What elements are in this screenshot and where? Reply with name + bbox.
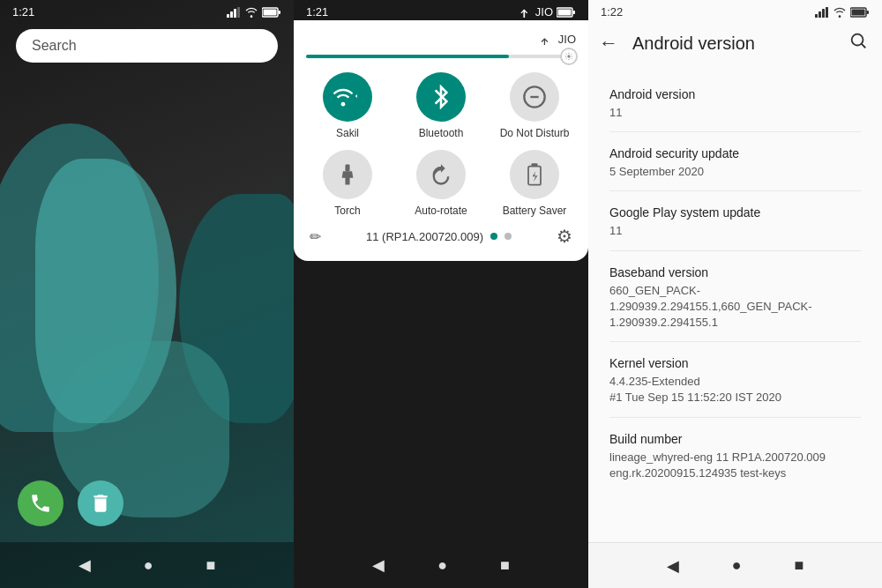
qs-drawer: JIO	[294, 20, 588, 261]
quick-settings-panel: 1:21 JIO JIO	[294, 0, 588, 588]
carrier-label: JIO	[535, 5, 553, 19]
nav-back-info[interactable]: ◀	[667, 556, 679, 576]
brightness-row[interactable]	[306, 55, 576, 58]
status-icons-qs: JIO	[519, 5, 576, 19]
info-label-build: Build number	[609, 432, 861, 446]
info-section-security: Android security update 5 September 2020	[609, 132, 861, 191]
search-placeholder: Search	[32, 38, 77, 53]
qs-tile-battery-icon[interactable]	[510, 150, 559, 199]
status-time-home: 1:21	[12, 5, 34, 19]
status-bar-info: 1:22	[588, 0, 882, 20]
info-toolbar: ← Android version	[588, 20, 882, 66]
svg-line-26	[862, 44, 866, 48]
footer-build: 11 (RP1A.200720.009)	[366, 230, 483, 243]
info-value-play: 11	[609, 223, 861, 239]
nav-bar-qs: ◀ ● ■	[294, 542, 588, 588]
home-screen: 1:21 Search	[0, 0, 294, 588]
svg-rect-23	[852, 9, 865, 15]
signal-detail-icon	[541, 34, 553, 45]
qs-tile-battery[interactable]: Battery Saver	[493, 150, 576, 217]
settings-icon[interactable]: ⚙	[557, 226, 572, 247]
info-section-android-version: Android version 11	[609, 73, 861, 132]
brightness-track[interactable]	[306, 55, 576, 58]
qs-footer-center: 11 (RP1A.200720.009)	[366, 230, 512, 243]
info-section-baseband: Baseband version 660_GEN_PACK-1.290939.2…	[609, 251, 861, 343]
info-value-baseband: 660_GEN_PACK-1.290939.2.294155.1,660_GEN…	[609, 283, 861, 331]
svg-rect-0	[227, 14, 229, 18]
qs-tile-dnd-icon[interactable]	[510, 72, 559, 122]
signal-qs-icon	[519, 7, 532, 18]
qs-tile-bluetooth-icon[interactable]	[416, 72, 466, 122]
info-section-build: Build number lineage_whyred-eng 11 RP1A.…	[609, 418, 861, 492]
status-bar-qs: 1:21 JIO	[294, 0, 588, 20]
status-icons-info	[815, 7, 870, 18]
svg-rect-24	[867, 11, 870, 14]
qs-footer: ✏ 11 (RP1A.200720.009) ⚙	[306, 217, 576, 247]
qs-tile-battery-label: Battery Saver	[503, 205, 567, 217]
info-value-build: lineage_whyred-eng 11 RP1A.200720.009eng…	[609, 450, 861, 481]
qs-tile-autorotate-label: Auto-rotate	[415, 205, 467, 217]
svg-rect-10	[573, 11, 576, 14]
svg-rect-21	[826, 7, 828, 18]
nav-bar-info: ◀ ● ■	[588, 542, 882, 588]
status-bar-home: 1:21	[0, 0, 294, 20]
qs-top-row: JIO	[306, 33, 576, 46]
info-value-android-version: 11	[609, 105, 861, 121]
qs-tiles: Sakil Bluetooth Do No	[306, 72, 576, 217]
svg-rect-5	[264, 9, 277, 15]
svg-rect-1	[230, 11, 233, 18]
wifi-info-icon	[833, 7, 847, 18]
edit-icon[interactable]: ✏	[310, 228, 321, 245]
info-label-baseband: Baseband version	[609, 265, 861, 279]
qs-tile-autorotate[interactable]: Auto-rotate	[400, 150, 482, 217]
svg-rect-6	[279, 11, 281, 14]
brightness-fill	[306, 55, 509, 58]
wifi-icon	[244, 7, 258, 18]
status-icons-home	[227, 7, 281, 18]
qs-dark-area	[294, 261, 588, 588]
qs-tile-bluetooth-label: Bluetooth	[419, 127, 464, 139]
qs-tile-torch-label: Torch	[334, 205, 360, 217]
nav-home-qs[interactable]: ●	[437, 556, 447, 575]
qs-tile-torch[interactable]: Torch	[306, 150, 389, 217]
signal-icon	[227, 7, 241, 18]
nav-back-home[interactable]: ◀	[78, 555, 91, 575]
nav-recent-qs[interactable]: ■	[500, 556, 510, 575]
nav-home-home[interactable]: ●	[144, 556, 153, 575]
qs-tile-bluetooth[interactable]: Bluetooth	[400, 72, 482, 139]
app-dock	[18, 480, 123, 526]
svg-point-12	[567, 55, 570, 57]
search-button[interactable]	[841, 27, 875, 59]
search-bar[interactable]: Search	[16, 29, 278, 63]
battery-icon	[262, 7, 281, 18]
brightness-thumb[interactable]	[560, 48, 578, 65]
qs-tile-torch-icon[interactable]	[323, 150, 372, 199]
qs-tile-wifi-label: Sakil	[336, 127, 359, 139]
qs-tile-wifi[interactable]: Sakil	[306, 72, 389, 139]
svg-rect-19	[818, 11, 821, 18]
nav-back-qs[interactable]: ◀	[372, 555, 385, 575]
info-label-security: Android security update	[609, 146, 861, 160]
phone-app-icon[interactable]	[18, 480, 64, 526]
dot-active	[490, 233, 497, 240]
dot-inactive	[505, 233, 512, 240]
qs-tile-wifi-icon[interactable]	[323, 72, 372, 122]
info-section-kernel: Kernel version 4.4.235-Extended#1 Tue Se…	[609, 342, 861, 417]
battery-info-icon	[850, 7, 870, 18]
android-version-panel: 1:22 ← Android version	[588, 0, 882, 588]
info-section-play: Google Play system update 11	[609, 191, 861, 250]
qs-tile-dnd[interactable]: Do Not Disturb	[493, 72, 576, 139]
bin-app-icon[interactable]	[78, 480, 123, 526]
wallpaper	[0, 71, 294, 535]
qs-tile-dnd-label: Do Not Disturb	[500, 127, 570, 139]
info-value-kernel: 4.4.235-Extended#1 Tue Sep 15 11:52:20 I…	[609, 374, 861, 406]
qs-tile-autorotate-icon[interactable]	[416, 150, 466, 199]
page-title: Android version	[629, 33, 838, 54]
back-button[interactable]: ←	[592, 28, 625, 58]
carrier-detail: JIO	[558, 33, 576, 46]
svg-rect-15	[345, 165, 349, 172]
nav-home-info[interactable]: ●	[732, 556, 742, 575]
nav-recent-home[interactable]: ■	[206, 556, 216, 575]
svg-rect-2	[234, 9, 236, 18]
nav-recent-info[interactable]: ■	[795, 556, 804, 575]
